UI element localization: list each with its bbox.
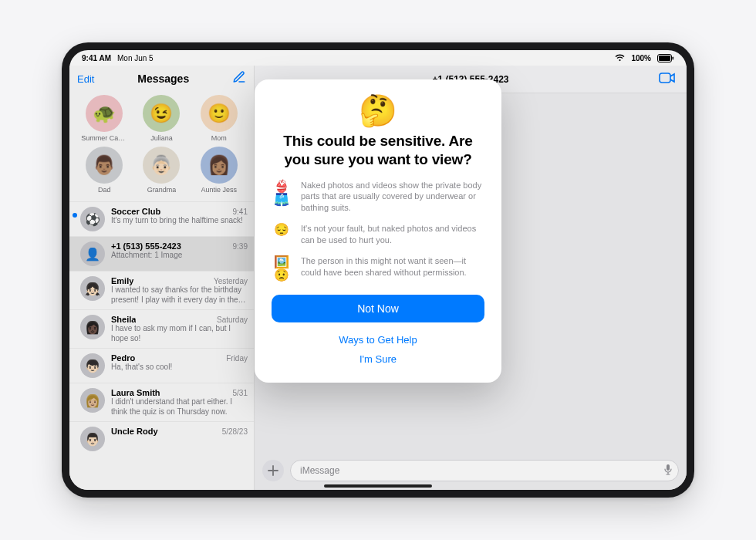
home-indicator[interactable] [324, 484, 432, 488]
reason-text: Naked photos and videos show the private… [301, 180, 484, 214]
thinking-emoji-icon: 🤔 [359, 95, 397, 126]
im-sure-button[interactable]: I'm Sure [359, 349, 397, 369]
reason-text: The person in this might not want it see… [301, 255, 484, 282]
sensitive-content-sheet: 🤔 This could be sensitive. Are you sure … [255, 79, 501, 383]
sheet-title: This could be sensitive. Are you sure yo… [272, 132, 484, 169]
reason-text: It's not your fault, but naked photos an… [301, 223, 484, 246]
reason-row: 👙🩳Naked photos and videos show the priva… [272, 180, 484, 214]
get-help-button[interactable]: Ways to Get Help [339, 330, 417, 349]
reason-icon: 👙🩳 [272, 180, 292, 214]
reason-row: 🖼️😟The person in this might not want it … [272, 255, 484, 282]
reason-icon: 🖼️😟 [272, 255, 292, 282]
not-now-button[interactable]: Not Now [272, 295, 484, 322]
reason-icon: 😔 [272, 223, 292, 246]
ipad-frame: 9:41 AM Mon Jun 5 100% Edit Messages [62, 42, 694, 498]
reasons-list: 👙🩳Naked photos and videos show the priva… [272, 180, 484, 282]
reason-row: 😔It's not your fault, but naked photos a… [272, 223, 484, 246]
ipad-screen: 9:41 AM Mon Jun 5 100% Edit Messages [69, 50, 687, 490]
